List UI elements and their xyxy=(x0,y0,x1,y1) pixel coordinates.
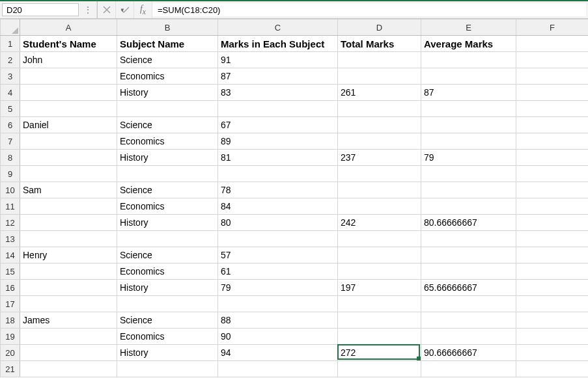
row-header-18[interactable]: 18 xyxy=(1,312,20,329)
cell-F13[interactable] xyxy=(516,231,589,247)
cell-C3[interactable]: 87 xyxy=(218,68,338,85)
cell-A9[interactable] xyxy=(20,166,117,182)
cell-F7[interactable] xyxy=(516,133,589,150)
cell-A18[interactable]: James xyxy=(20,312,117,329)
cell-C10[interactable]: 78 xyxy=(218,182,338,198)
row-header-3[interactable]: 3 xyxy=(1,68,20,85)
cell-E16[interactable]: 65.66666667 xyxy=(421,280,516,296)
cell-F21[interactable] xyxy=(516,361,589,377)
cell-D3[interactable] xyxy=(338,68,421,85)
cell-B21[interactable] xyxy=(117,361,218,377)
cell-B5[interactable] xyxy=(117,101,218,117)
cell-F20[interactable] xyxy=(516,345,589,361)
cell-F15[interactable] xyxy=(516,263,589,280)
cell-E20[interactable]: 90.66666667 xyxy=(421,345,516,361)
row-header-13[interactable]: 13 xyxy=(1,231,20,247)
cell-C14[interactable]: 57 xyxy=(218,247,338,263)
cell-C9[interactable] xyxy=(218,166,338,182)
cell-A3[interactable] xyxy=(20,68,117,85)
cell-D21[interactable] xyxy=(338,361,421,377)
cell-C8[interactable]: 81 xyxy=(218,150,338,166)
cell-E17[interactable] xyxy=(421,296,516,312)
cell-C13[interactable] xyxy=(218,231,338,247)
cell-A7[interactable] xyxy=(20,133,117,150)
row-header-20[interactable]: 20 xyxy=(1,345,20,361)
cell-E13[interactable] xyxy=(421,231,516,247)
cell-D17[interactable] xyxy=(338,296,421,312)
column-header-A[interactable]: A xyxy=(20,20,117,36)
cell-D16[interactable]: 197 xyxy=(338,280,421,296)
cell-E18[interactable] xyxy=(421,312,516,329)
row-header-6[interactable]: 6 xyxy=(1,117,20,133)
cell-B15[interactable]: Economics xyxy=(117,263,218,280)
cell-E6[interactable] xyxy=(421,117,516,133)
name-box-dropdown-icon[interactable]: ▼ xyxy=(120,7,125,13)
cell-D9[interactable] xyxy=(338,166,421,182)
cell-B2[interactable]: Science xyxy=(117,52,218,68)
cell-C1[interactable]: Marks in Each Subject xyxy=(218,36,338,52)
cell-B8[interactable]: History xyxy=(117,150,218,166)
cell-B6[interactable]: Science xyxy=(117,117,218,133)
cell-E9[interactable] xyxy=(421,166,516,182)
cell-B11[interactable]: Economics xyxy=(117,198,218,215)
cell-C6[interactable]: 67 xyxy=(218,117,338,133)
cell-A17[interactable] xyxy=(20,296,117,312)
cell-E15[interactable] xyxy=(421,263,516,280)
cell-D19[interactable] xyxy=(338,329,421,345)
cell-C19[interactable]: 90 xyxy=(218,329,338,345)
cell-C11[interactable]: 84 xyxy=(218,198,338,215)
cell-B17[interactable] xyxy=(117,296,218,312)
column-header-C[interactable]: C xyxy=(218,20,338,36)
cell-B14[interactable]: Science xyxy=(117,247,218,263)
cell-E21[interactable] xyxy=(421,361,516,377)
cell-E3[interactable] xyxy=(421,68,516,85)
cell-D20[interactable]: 272 xyxy=(338,345,421,361)
row-header-14[interactable]: 14 xyxy=(1,247,20,263)
cell-A10[interactable]: Sam xyxy=(20,182,117,198)
cell-D15[interactable] xyxy=(338,263,421,280)
cell-A13[interactable] xyxy=(20,231,117,247)
cell-F5[interactable] xyxy=(516,101,589,117)
cell-D11[interactable] xyxy=(338,198,421,215)
cell-C17[interactable] xyxy=(218,296,338,312)
cell-E4[interactable]: 87 xyxy=(421,85,516,101)
row-header-9[interactable]: 9 xyxy=(1,166,20,182)
row-header-10[interactable]: 10 xyxy=(1,182,20,198)
row-header-17[interactable]: 17 xyxy=(1,296,20,312)
cell-E10[interactable] xyxy=(421,182,516,198)
cell-F6[interactable] xyxy=(516,117,589,133)
cell-A14[interactable]: Henry xyxy=(20,247,117,263)
cell-D6[interactable] xyxy=(338,117,421,133)
row-header-7[interactable]: 7 xyxy=(1,133,20,150)
cell-C21[interactable] xyxy=(218,361,338,377)
cell-C18[interactable]: 88 xyxy=(218,312,338,329)
cell-E11[interactable] xyxy=(421,198,516,215)
cell-F3[interactable] xyxy=(516,68,589,85)
cell-B3[interactable]: Economics xyxy=(117,68,218,85)
cell-E2[interactable] xyxy=(421,52,516,68)
cell-B20[interactable]: History xyxy=(117,345,218,361)
cell-D1[interactable]: Total Marks xyxy=(338,36,421,52)
name-box[interactable]: ▼ xyxy=(2,3,79,16)
column-header-F[interactable]: F xyxy=(516,20,589,36)
cell-A16[interactable] xyxy=(20,280,117,296)
cell-C20[interactable]: 94 xyxy=(218,345,338,361)
cell-D14[interactable] xyxy=(338,247,421,263)
cell-E14[interactable] xyxy=(421,247,516,263)
spreadsheet-grid[interactable]: ABCDEF 1Student's NameSubject NameMarks … xyxy=(0,19,588,378)
cell-A4[interactable] xyxy=(20,85,117,101)
cell-F11[interactable] xyxy=(516,198,589,215)
cell-D2[interactable] xyxy=(338,52,421,68)
cell-F17[interactable] xyxy=(516,296,589,312)
cell-C5[interactable] xyxy=(218,101,338,117)
cell-C7[interactable]: 89 xyxy=(218,133,338,150)
name-box-input[interactable] xyxy=(3,5,120,15)
cell-A1[interactable]: Student's Name xyxy=(20,36,117,52)
fx-icon[interactable]: fx xyxy=(134,1,152,18)
cell-A11[interactable] xyxy=(20,198,117,215)
column-header-B[interactable]: B xyxy=(117,20,218,36)
row-header-15[interactable]: 15 xyxy=(1,263,20,280)
cell-A19[interactable] xyxy=(20,329,117,345)
cell-A15[interactable] xyxy=(20,263,117,280)
row-header-11[interactable]: 11 xyxy=(1,198,20,215)
